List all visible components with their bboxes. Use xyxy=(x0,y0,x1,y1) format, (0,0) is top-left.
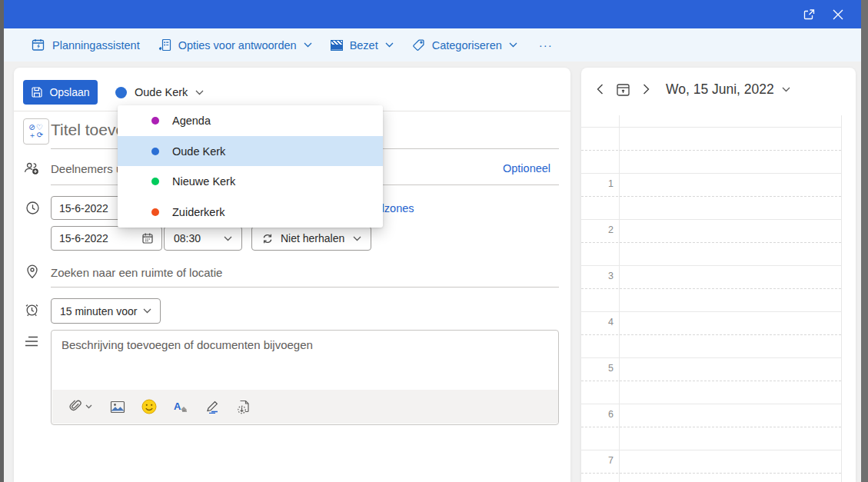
popout-icon[interactable] xyxy=(800,5,818,24)
attach-icon[interactable] xyxy=(66,397,95,416)
date-picker-icon xyxy=(141,232,154,244)
previous-day-button[interactable] xyxy=(590,80,609,98)
description-editor[interactable]: Beschrijving toevoegen of documenten bij… xyxy=(51,330,559,425)
svg-text:A: A xyxy=(174,401,181,412)
hour-row: 5 xyxy=(581,357,841,404)
reminder-value: 15 minuten voor xyxy=(60,305,137,317)
close-icon[interactable] xyxy=(829,5,847,24)
show-as-busy-button[interactable]: Bezet xyxy=(331,39,394,52)
optional-attendees-link[interactable]: Optioneel xyxy=(503,162,550,175)
categorize-button[interactable]: Categoriseren xyxy=(412,38,517,52)
chevron-down-icon xyxy=(353,236,361,241)
date-picker-button[interactable]: Wo, 15 Juni, 2022 xyxy=(666,81,790,98)
chevron-down-icon xyxy=(385,42,394,48)
calendar-color-dot xyxy=(151,148,159,155)
attendees-icon xyxy=(24,161,40,175)
calendar-selector[interactable]: Oude Kerk xyxy=(115,81,204,104)
event-emoji-picker-button[interactable]: ⊘♡＋⟳ xyxy=(23,118,49,145)
toolbar-item-label: Planningassistent xyxy=(52,39,140,52)
dropdown-item-label: Nieuwe Kerk xyxy=(172,175,235,188)
half-hour-line xyxy=(581,150,841,151)
next-day-button[interactable] xyxy=(637,80,655,98)
hour-label: 7 xyxy=(581,455,614,466)
location-icon xyxy=(25,264,39,279)
repeat-select[interactable]: Niet herhalen xyxy=(251,226,371,251)
repeat-icon xyxy=(261,233,274,244)
emoji-icon[interactable] xyxy=(140,397,158,416)
calendar-selector-value: Oude Kerk xyxy=(135,86,188,98)
calendar-color-dot xyxy=(151,208,159,216)
chevron-right-icon xyxy=(643,84,650,95)
save-button-label: Opslaan xyxy=(49,86,89,98)
hour-row: 1 xyxy=(581,173,841,219)
dropdown-item-zuiderkerk[interactable]: Zuiderkerk xyxy=(118,197,383,228)
calendar-color-dot xyxy=(115,87,127,98)
clock-icon xyxy=(25,201,40,215)
repeat-value: Niet herhalen xyxy=(281,232,346,244)
editor-toolbar: A xyxy=(52,390,559,424)
hour-label: 2 xyxy=(581,224,614,235)
day-view-panel: Wo, 15 Juni, 2022 1234567 xyxy=(581,68,856,482)
chevron-down-icon xyxy=(195,90,204,95)
end-time-value: 08:30 xyxy=(174,232,201,244)
tag-icon xyxy=(412,38,425,52)
half-hour-line xyxy=(581,288,841,289)
dropdown-item-label: Oude Kerk xyxy=(172,145,225,158)
more-options-button[interactable]: ··· xyxy=(539,38,553,52)
hour-row: 6 xyxy=(581,404,841,450)
hour-row xyxy=(581,127,841,173)
description-icon xyxy=(25,336,38,347)
event-toolbar: Planningassistent Opties voor antwoorden… xyxy=(4,28,861,61)
half-hour-line xyxy=(581,334,841,335)
hour-label: 4 xyxy=(581,317,614,327)
location-input[interactable]: Zoeken naar een ruimte of locatie xyxy=(51,266,222,279)
half-hour-line xyxy=(581,242,841,243)
dropdown-item-nieuwe-kerk[interactable]: Nieuwe Kerk xyxy=(118,166,383,197)
dropdown-item-agenda[interactable]: Agenda xyxy=(118,105,383,136)
half-hour-line xyxy=(581,427,841,427)
end-time-select[interactable]: 08:30 xyxy=(164,226,242,251)
draw-icon[interactable] xyxy=(203,397,221,416)
half-hour-line xyxy=(581,473,841,474)
save-button[interactable]: Opslaan xyxy=(23,80,98,105)
chevron-down-icon xyxy=(509,42,517,48)
hour-row: 2 xyxy=(581,219,841,265)
dropdown-item-label: Zuiderkerk xyxy=(172,206,225,218)
half-hour-line xyxy=(581,196,841,197)
background-window-edge xyxy=(0,0,4,482)
chevron-down-icon xyxy=(224,236,232,241)
dropdown-item-label: Agenda xyxy=(172,115,211,127)
calendar-today-icon xyxy=(616,82,630,97)
go-to-today-button[interactable] xyxy=(614,80,632,98)
toolbar-item-label: Bezet xyxy=(350,39,378,52)
dropdown-item-oude-kerk[interactable]: Oude Kerk xyxy=(118,136,383,166)
insert-image-icon[interactable] xyxy=(108,397,127,416)
response-options-button[interactable]: Opties voor antwoorden xyxy=(158,38,312,52)
end-date-value: 15-6-2022 xyxy=(59,232,108,244)
start-date-value: 15-6-2022 xyxy=(59,202,108,214)
hour-label: 6 xyxy=(581,409,614,420)
window-scrollbar[interactable] xyxy=(861,0,868,482)
reminder-select[interactable]: 15 minuten voor xyxy=(51,298,161,324)
description-placeholder: Beschrijving toevoegen of documenten bij… xyxy=(62,338,313,351)
chevron-left-icon xyxy=(597,84,604,95)
day-view-header: Wo, 15 Juni, 2022 xyxy=(581,68,856,111)
hour-row: 7 xyxy=(581,450,841,482)
insert-document-icon[interactable] xyxy=(234,397,253,416)
toolbar-item-label: Opties voor antwoorden xyxy=(178,39,297,52)
half-hour-line xyxy=(581,381,841,381)
scheduling-assistant-button[interactable]: Planningassistent xyxy=(32,38,140,52)
calendar-assistant-icon xyxy=(32,38,45,52)
format-text-icon[interactable]: A xyxy=(171,397,190,416)
end-date-input[interactable]: 15-6-2022 xyxy=(51,226,162,251)
chevron-down-icon xyxy=(143,308,151,314)
grid-right-line xyxy=(841,115,842,482)
save-icon xyxy=(31,86,43,98)
day-grid[interactable]: 1234567 xyxy=(581,114,856,482)
hour-row: 4 xyxy=(581,311,841,357)
hour-label: 3 xyxy=(581,271,614,281)
chevron-down-icon xyxy=(782,87,790,92)
date-label: Wo, 15 Juni, 2022 xyxy=(666,81,774,98)
busy-status-icon xyxy=(331,40,343,51)
hour-row: 3 xyxy=(581,265,841,311)
